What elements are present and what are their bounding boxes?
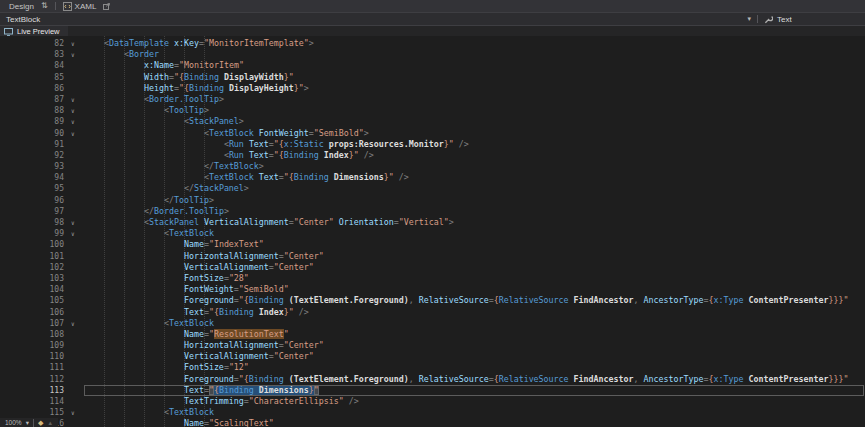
- triangle-icon[interactable]: ▲: [47, 420, 53, 426]
- breadcrumb-bar: TextBlock ▾ Text: [0, 13, 865, 26]
- code-token: TextBlock: [169, 318, 214, 328]
- code-token: }": [294, 83, 304, 93]
- code-token: props:Resources.Monitor: [324, 139, 444, 149]
- code-line[interactable]: 112 Foreground="{Binding (TextElement.Fo…: [0, 374, 865, 385]
- code-token: "{: [274, 139, 284, 149]
- fold-chevron-icon[interactable]: ∨: [68, 228, 84, 239]
- chevron-down-icon[interactable]: ▾: [747, 15, 751, 23]
- code-line[interactable]: 109 HorizontalAlignment="Center": [0, 340, 865, 351]
- code-line[interactable]: 87∨ <Border.ToolTip>: [0, 94, 865, 105]
- code-line[interactable]: 105 Foreground="{Binding (TextElement.Fo…: [0, 295, 865, 306]
- code-line[interactable]: 115∨ <TextBlock: [0, 407, 865, 418]
- line-number: 95: [0, 183, 68, 194]
- diamond-icon[interactable]: ◆: [38, 419, 43, 427]
- code-line[interactable]: 83∨ <Border: [0, 49, 865, 60]
- code-token: Foreground: [184, 374, 234, 384]
- code-token: Binding: [189, 83, 224, 93]
- code-text: Text="{Binding Index}" />: [84, 307, 865, 318]
- code-line[interactable]: 92 <Run Text="{Binding Index}" />: [0, 150, 865, 161]
- code-line[interactable]: 104 FontWeight="SemiBold": [0, 284, 865, 295]
- code-token: "SemiBold": [239, 284, 289, 294]
- fold-spacer: [68, 396, 84, 407]
- line-number: 82: [0, 38, 68, 49]
- code-line[interactable]: 101 HorizontalAlignment="Center": [0, 251, 865, 262]
- code-line[interactable]: 103 FontSize="28": [0, 273, 865, 284]
- code-line[interactable]: 82∨ <DataTemplate x:Key="MonitorItemTemp…: [0, 38, 865, 49]
- code-text: Foreground="{Binding (TextElement.Foregr…: [84, 295, 865, 306]
- code-token: RelativeSource: [499, 295, 569, 305]
- zoom-level[interactable]: 100%: [5, 419, 22, 426]
- code-line[interactable]: 111 FontSize="12": [0, 362, 865, 373]
- code-token: }": [284, 307, 294, 317]
- code-editor[interactable]: 82∨ <DataTemplate x:Key="MonitorItemTemp…: [0, 36, 865, 427]
- popout-icon[interactable]: [103, 3, 110, 10]
- code-line[interactable]: 116 Name="ScalingText": [0, 418, 865, 427]
- code-token: "IndexText": [209, 239, 264, 249]
- fold-chevron-icon[interactable]: ∨: [68, 105, 84, 116]
- code-token: RelativeSource: [419, 374, 489, 384]
- code-line[interactable]: 106 Text="{Binding Index}" />: [0, 307, 865, 318]
- swap-panes-icon[interactable]: ⇅: [41, 2, 48, 10]
- breadcrumb-element[interactable]: TextBlock: [6, 15, 40, 24]
- code-token: >: [309, 38, 314, 48]
- separator: [55, 2, 56, 10]
- code-text: </TextBlock>: [84, 161, 865, 172]
- code-line[interactable]: 107∨ <TextBlock: [0, 318, 865, 329]
- code-line[interactable]: 108 Name="ResolutionText": [0, 329, 865, 340]
- code-text: Width="{Binding DisplayWidth}": [84, 72, 865, 83]
- fold-chevron-icon[interactable]: ∨: [68, 116, 84, 127]
- code-line-current[interactable]: 113 Text="{Binding Dimensions}": [0, 385, 865, 396]
- code-line[interactable]: 95 </StackPanel>: [0, 183, 865, 194]
- code-token: />: [349, 396, 359, 406]
- code-line[interactable]: 94 <TextBlock Text="{Binding Dimensions}…: [0, 172, 865, 183]
- fold-chevron-icon[interactable]: ∨: [68, 49, 84, 60]
- code-text: TextTrimming="CharacterEllipsis" />: [84, 396, 865, 407]
- code-line[interactable]: 89∨ <StackPanel>: [0, 116, 865, 127]
- code-token: RelativeSource: [419, 295, 489, 305]
- design-tab[interactable]: Design: [9, 2, 34, 11]
- fold-chevron-icon[interactable]: ∨: [68, 318, 84, 329]
- code-line[interactable]: 99∨ <TextBlock: [0, 228, 865, 239]
- code-token: }": [349, 150, 359, 160]
- fold-spacer: [68, 262, 84, 273]
- line-number: 86: [0, 83, 68, 94]
- code-token: >: [304, 83, 309, 93]
- fold-chevron-icon[interactable]: ∨: [68, 407, 84, 418]
- code-text: VerticalAlignment="Center": [84, 262, 865, 273]
- code-line[interactable]: 96 </ToolTip>: [0, 195, 865, 206]
- code-token: DisplayWidth: [219, 72, 284, 82]
- code-token: Binding: [219, 385, 254, 395]
- xaml-file-icon: [63, 2, 72, 11]
- code-token: Dimensions: [329, 172, 384, 182]
- xaml-tab[interactable]: XAML: [63, 2, 97, 11]
- code-token: Orientation: [339, 217, 394, 227]
- code-text: FontWeight="SemiBold": [84, 284, 865, 295]
- fold-chevron-icon[interactable]: ∨: [68, 94, 84, 105]
- code-line[interactable]: 86 Height="{Binding DisplayHeight}">: [0, 83, 865, 94]
- code-line[interactable]: 100 Name="IndexText": [0, 239, 865, 250]
- fold-chevron-icon[interactable]: ∨: [68, 128, 84, 139]
- code-token: Run: [229, 150, 244, 160]
- fold-chevron-icon[interactable]: ∨: [68, 38, 84, 49]
- fold-chevron-icon[interactable]: ∨: [68, 217, 84, 228]
- code-line[interactable]: 90∨ <TextBlock FontWeight="SemiBold">: [0, 128, 865, 139]
- line-number: 104: [0, 284, 68, 295]
- code-line[interactable]: 114 TextTrimming="CharacterEllipsis" />: [0, 396, 865, 407]
- code-line[interactable]: 85 Width="{Binding DisplayWidth}": [0, 72, 865, 83]
- chevron-down-icon[interactable]: ▾: [26, 419, 29, 427]
- code-line[interactable]: 97 </Border.ToolTip>: [0, 206, 865, 217]
- code-line[interactable]: 88∨ <ToolTip>: [0, 105, 865, 116]
- code-line[interactable]: 98∨ <StackPanel VerticalAlignment="Cente…: [0, 217, 865, 228]
- line-number: 84: [0, 60, 68, 71]
- code-text: FontSize="12": [84, 362, 865, 373]
- code-line[interactable]: 110 VerticalAlignment="Center": [0, 351, 865, 362]
- code-line[interactable]: 84 x:Name="MonitorItem": [0, 60, 865, 71]
- code-token: TextBlock: [209, 128, 254, 138]
- code-line[interactable]: 93 </TextBlock>: [0, 161, 865, 172]
- fold-spacer: [68, 284, 84, 295]
- code-token: Binding: [219, 307, 254, 317]
- code-line[interactable]: 91 <Run Text="{x:Static props:Resources.…: [0, 139, 865, 150]
- property-quick-access[interactable]: Text: [764, 15, 859, 24]
- code-line[interactable]: 102 VerticalAlignment="Center": [0, 262, 865, 273]
- code-token: "CharacterEllipsis": [249, 396, 344, 406]
